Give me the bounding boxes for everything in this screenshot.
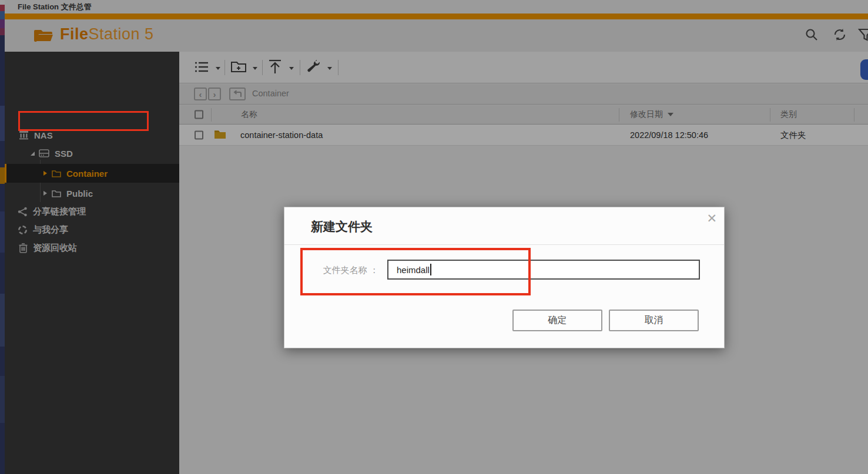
dialog-divider: [284, 244, 724, 245]
new-folder-dialog: 新建文件夹 ✕ 文件夹名称 ： heimdall 确定 取消: [284, 207, 725, 348]
folder-name-label: 文件夹名称 ：: [284, 265, 378, 276]
text-cursor: [430, 264, 431, 275]
folder-name-input[interactable]: heimdall: [387, 260, 700, 280]
ok-button[interactable]: 确定: [512, 310, 602, 331]
cancel-button[interactable]: 取消: [609, 310, 699, 331]
close-icon[interactable]: ✕: [706, 212, 717, 224]
folder-name-value: heimdall: [397, 265, 430, 275]
dialog-title: 新建文件夹: [311, 218, 373, 235]
